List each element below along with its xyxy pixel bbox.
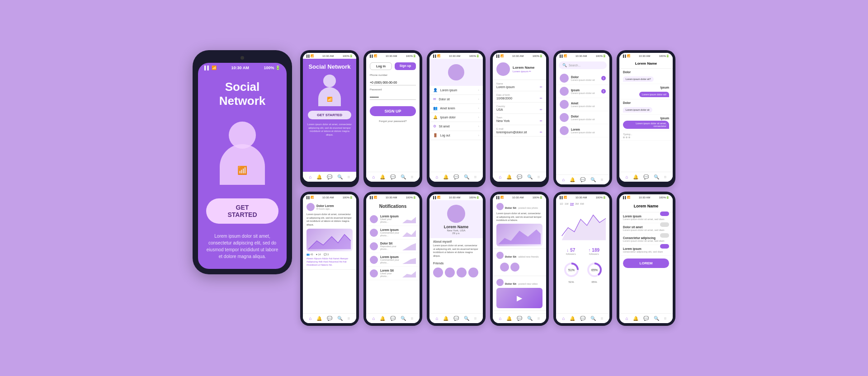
tab-1w[interactable]: 1W bbox=[565, 202, 569, 206]
home-icon-8[interactable]: ⌂ bbox=[372, 316, 375, 321]
home-icon-3[interactable]: ⌂ bbox=[435, 174, 438, 179]
ef-email-edit[interactable]: ✏ bbox=[540, 131, 542, 134]
bell-icon-9[interactable]: 🔔 bbox=[443, 316, 448, 321]
toggle-3[interactable] bbox=[660, 233, 669, 238]
menu-icon-2[interactable]: ≡ bbox=[411, 174, 414, 179]
forgot-password[interactable]: Forgot your password? bbox=[370, 120, 416, 122]
phone-input[interactable] bbox=[370, 80, 416, 85]
home-icon-9[interactable]: ⌂ bbox=[435, 316, 438, 321]
menu-icon-10[interactable]: ≡ bbox=[538, 316, 540, 321]
chat-icon-8[interactable]: 💬 bbox=[390, 316, 396, 321]
tab-1m[interactable]: 1M bbox=[570, 202, 574, 206]
home-icon-7[interactable]: ⌂ bbox=[309, 316, 311, 321]
menu-item-notifications[interactable]: 🔔 Ipsum dolor › bbox=[429, 113, 483, 122]
menu-icon-11[interactable]: ≡ bbox=[601, 316, 604, 321]
get-started-button[interactable]: GET STARTED bbox=[206, 198, 278, 224]
menu-item-settings[interactable]: ⚙ Sit amet › bbox=[429, 122, 483, 131]
search-icon-4[interactable]: 🔍 bbox=[527, 174, 533, 179]
menu-icon-6[interactable]: ≡ bbox=[664, 174, 667, 179]
bell-icon-2[interactable]: 🔔 bbox=[380, 174, 385, 179]
chat-icon-5[interactable]: 💬 bbox=[580, 177, 585, 182]
chat-item-4[interactable]: Dolor Lorem ipsum dolor sit bbox=[556, 111, 609, 124]
password-input[interactable] bbox=[370, 94, 416, 100]
bell-icon-11[interactable]: 🔔 bbox=[570, 316, 575, 321]
video-thumbnail[interactable]: ▶ bbox=[496, 288, 542, 308]
home-icon-2[interactable]: ⌂ bbox=[372, 174, 375, 179]
search-icon-8[interactable]: 🔍 bbox=[401, 316, 406, 321]
bell-icon-12[interactable]: 🔔 bbox=[633, 316, 638, 321]
toggle-4[interactable] bbox=[660, 244, 669, 249]
play-button-icon[interactable]: ▶ bbox=[517, 294, 522, 302]
chat-icon-7[interactable]: 💬 bbox=[327, 316, 332, 321]
search-icon-6[interactable]: 🔍 bbox=[654, 174, 659, 179]
home-icon-11[interactable]: ⌂ bbox=[562, 316, 565, 321]
bell-icon-7[interactable]: 🔔 bbox=[316, 316, 322, 321]
search-icon-1[interactable]: 🔍 bbox=[337, 174, 343, 179]
home-icon-6[interactable]: ⌂ bbox=[625, 174, 628, 179]
home-icon-1[interactable]: ⌂ bbox=[309, 174, 311, 179]
chat-item-1[interactable]: Dolor Lorem ipsum dolor sit 1 bbox=[556, 72, 609, 85]
ef-dob-edit[interactable]: ✏ bbox=[540, 97, 542, 100]
mini-status-1: ▌▌📶 10:30 AM 100%🔋 bbox=[303, 53, 356, 59]
search-icon-3[interactable]: 🔍 bbox=[464, 174, 469, 179]
menu-icon-12[interactable]: ≡ bbox=[664, 316, 667, 321]
ef-country-edit[interactable]: ✏ bbox=[540, 108, 542, 112]
search-icon-5[interactable]: 🔍 bbox=[590, 177, 596, 182]
home-icon-10[interactable]: ⌂ bbox=[499, 316, 501, 321]
bell-icon-6[interactable]: 🔔 bbox=[633, 174, 638, 179]
bell-icon-3[interactable]: 🔔 bbox=[443, 174, 448, 179]
toggle-1[interactable] bbox=[660, 212, 669, 216]
chat-icon-10[interactable]: 💬 bbox=[517, 316, 522, 321]
search-icon-7[interactable]: 🔍 bbox=[337, 316, 343, 321]
chat-item-2[interactable]: Ipsum Lorem ipsum dolor sit 2 bbox=[556, 85, 609, 98]
search-icon-10[interactable]: 🔍 bbox=[527, 316, 533, 321]
menu-item-messages[interactable]: ✉ Dolor sit › bbox=[429, 95, 483, 104]
chat-icon-3[interactable]: 💬 bbox=[453, 174, 459, 179]
search-input[interactable]: Search... bbox=[569, 64, 603, 67]
menu-icon-8[interactable]: ≡ bbox=[411, 316, 414, 321]
menu-icon-5[interactable]: ≡ bbox=[601, 177, 604, 182]
arrow-6: › bbox=[478, 133, 479, 137]
home-icon-4[interactable]: ⌂ bbox=[499, 174, 501, 179]
search-icon-12[interactable]: 🔍 bbox=[654, 316, 659, 321]
bell-icon-10[interactable]: 🔔 bbox=[506, 316, 512, 321]
menu-icon-4[interactable]: ≡ bbox=[538, 174, 540, 179]
mini-get-started-btn[interactable]: GET STARTED bbox=[308, 111, 351, 119]
chat-icon-4[interactable]: 💬 bbox=[517, 174, 522, 179]
lorem-button[interactable]: LOREM bbox=[623, 258, 669, 268]
menu-item-profile[interactable]: 👤 Lorem ipsum › bbox=[429, 86, 483, 95]
chat-icon-1[interactable]: 💬 bbox=[327, 174, 332, 179]
chat-icon-12[interactable]: 💬 bbox=[643, 316, 649, 321]
menu-icon-1[interactable]: ≡ bbox=[348, 174, 350, 179]
bell-icon-5[interactable]: 🔔 bbox=[570, 177, 575, 182]
ef-name-edit[interactable]: ✏ bbox=[540, 85, 542, 89]
search-icon-9[interactable]: 🔍 bbox=[464, 316, 469, 321]
chat-item-3[interactable]: Amet Lorem ipsum dolor sit bbox=[556, 98, 609, 111]
tab-1d[interactable]: 1D bbox=[560, 202, 563, 206]
chat-icon-2[interactable]: 💬 bbox=[390, 174, 396, 179]
menu-icon-3[interactable]: ≡ bbox=[474, 174, 477, 179]
home-icon-5[interactable]: ⌂ bbox=[562, 177, 565, 182]
menu-icon-7[interactable]: ≡ bbox=[348, 316, 350, 321]
bell-icon-1[interactable]: 🔔 bbox=[316, 174, 322, 179]
chat-icon-6[interactable]: 💬 bbox=[643, 174, 649, 179]
menu-icon-9[interactable]: ≡ bbox=[474, 316, 477, 321]
toggle-2[interactable] bbox=[660, 222, 669, 227]
search-icon-11[interactable]: 🔍 bbox=[590, 316, 596, 321]
home-icon-12[interactable]: ⌂ bbox=[625, 316, 628, 321]
search-icon-2[interactable]: 🔍 bbox=[401, 174, 406, 179]
menu-item-logout[interactable]: 🚪 Log out › bbox=[429, 131, 483, 140]
signup-tab[interactable]: Sign up bbox=[395, 62, 416, 70]
signup-button[interactable]: SIGN UP bbox=[370, 106, 416, 116]
login-tab[interactable]: Log in bbox=[370, 62, 392, 70]
bell-icon-4[interactable]: 🔔 bbox=[506, 174, 512, 179]
search-bar[interactable]: 🔍 Search... bbox=[559, 61, 607, 69]
chat-icon-9[interactable]: 💬 bbox=[453, 316, 459, 321]
chat-icon-11[interactable]: 💬 bbox=[580, 316, 585, 321]
menu-item-friends[interactable]: 👥 Amet lorem › bbox=[429, 104, 483, 113]
tab-6m[interactable]: 6M bbox=[580, 202, 584, 206]
chat-item-5[interactable]: Lorem Lorem ipsum dolor sit bbox=[556, 124, 609, 137]
tab-3m[interactable]: 3M bbox=[575, 202, 579, 206]
ef-town-edit[interactable]: ✏ bbox=[540, 119, 542, 123]
bell-icon-8[interactable]: 🔔 bbox=[380, 316, 385, 321]
